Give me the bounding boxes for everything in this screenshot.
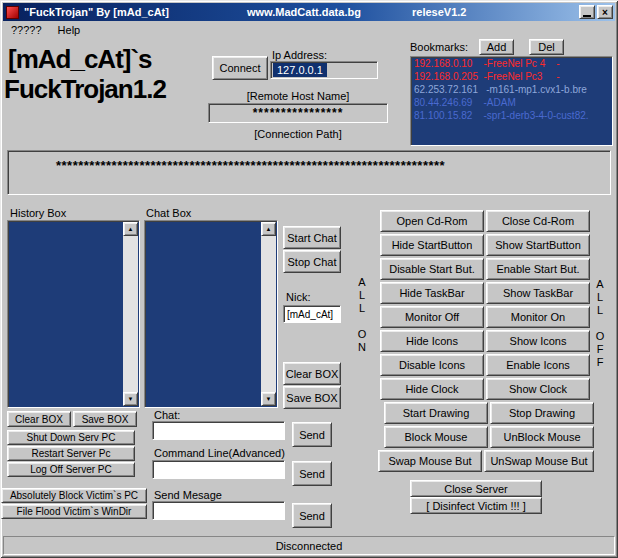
- arrow-down-icon: ▼: [128, 396, 134, 402]
- close-server-button[interactable]: Close Server: [410, 480, 542, 497]
- app-title-line1: [mAd_cAt]`s: [8, 44, 152, 75]
- ip-address-field[interactable]: 127.0.0.1: [270, 61, 378, 79]
- remote-host-label: [Remote Host Name]: [208, 90, 388, 102]
- cmd-hide-taskbar-button[interactable]: Hide TaskBar: [380, 282, 484, 304]
- connect-button[interactable]: Connect: [212, 56, 268, 80]
- cmd-hide-icons-button[interactable]: Hide Icons: [380, 330, 484, 352]
- all-off-label: A L L O F F: [594, 278, 606, 369]
- add-bookmark-button[interactable]: Add: [479, 39, 514, 55]
- app-window: "FuckTrojan" By [mAd_cAt] www.MadCatt.da…: [0, 0, 618, 558]
- status-bar: Disconnected: [3, 536, 615, 555]
- command-send-button[interactable]: Send: [292, 461, 332, 486]
- connection-path-label: [Connection Path]: [208, 128, 388, 140]
- bookmark-item[interactable]: 192.168.0.205 -FreeNel Pc3 -: [411, 70, 612, 83]
- cmd-show-taskbar-button[interactable]: Show TaskBar: [486, 282, 590, 304]
- history-listbox[interactable]: ▲ ▼: [7, 220, 140, 408]
- bookmark-item[interactable]: 80.44.246.69 -ADAM: [411, 96, 612, 109]
- window-title-version: releseV1.2: [412, 6, 466, 18]
- restart-server-pc-button[interactable]: Restart Server Pc: [7, 446, 135, 461]
- menu-bar: ????? Help: [3, 21, 615, 38]
- stop-chat-button[interactable]: Stop Chat: [283, 250, 341, 273]
- chat-listbox[interactable]: ▲ ▼: [144, 220, 278, 408]
- save-chat-box-button[interactable]: Save BOX: [283, 386, 341, 409]
- bookmarks-label: Bookmarks:: [410, 41, 468, 53]
- cmd-show-clock-button[interactable]: Show Clock: [486, 378, 590, 400]
- save-history-box-button[interactable]: Save BOX: [73, 411, 137, 427]
- scroll-up-button[interactable]: ▲: [123, 222, 138, 236]
- chat-box-label: Chat Box: [146, 207, 191, 219]
- app-title-line2: FuckTrojan1.2: [4, 74, 166, 105]
- logoff-server-pc-button[interactable]: Log Off Server PC: [7, 462, 135, 477]
- menu-item-help[interactable]: Help: [50, 22, 89, 38]
- cmd-show-startbutton-button[interactable]: Show StartButton: [486, 234, 590, 256]
- chat-send-button[interactable]: Send: [292, 422, 332, 447]
- send-message-input[interactable]: [152, 501, 285, 520]
- bookmarks-list[interactable]: 192.168.0.10 -FreeNel Pc 4 - 192.168.0.2…: [410, 56, 613, 146]
- start-chat-button[interactable]: Start Chat: [283, 226, 341, 249]
- app-icon: [6, 6, 19, 19]
- cmd-disable-icons-button[interactable]: Disable Icons: [380, 354, 484, 376]
- bookmark-item[interactable]: 62.253.72.161 -m161-mp1.cvx1-b.bre: [411, 83, 612, 96]
- chat-message-input[interactable]: [152, 421, 285, 440]
- cmd-swap-mouse-button[interactable]: Swap Mouse But: [378, 450, 482, 472]
- cmd-hide-clock-button[interactable]: Hide Clock: [380, 378, 484, 400]
- window-title-site: www.MadCatt.data.bg: [247, 6, 361, 18]
- all-on-label: A L L O N: [356, 276, 368, 354]
- ip-address-label: Ip Address:: [272, 49, 327, 61]
- chat-input-label: Chat:: [154, 409, 180, 421]
- command-line-input[interactable]: [152, 460, 285, 479]
- title-bar[interactable]: "FuckTrojan" By [mAd_cAt] www.MadCatt.da…: [3, 3, 615, 21]
- disinfect-victim-button[interactable]: [ Disinfect Victim !!! ]: [410, 497, 542, 514]
- file-flood-windir-button[interactable]: File Flood Victim`s WinDir: [1, 504, 147, 519]
- window-title: "FuckTrojan" By [mAd_cAt]: [24, 6, 169, 18]
- connection-path-value: ****************************************…: [56, 158, 445, 173]
- close-button[interactable]: ×: [597, 5, 613, 19]
- history-scrollbar[interactable]: ▲ ▼: [123, 222, 138, 406]
- clear-chat-box-button[interactable]: Clear BOX: [283, 362, 341, 385]
- status-text: Disconnected: [276, 540, 343, 552]
- minimize-button[interactable]: [579, 5, 595, 19]
- remote-host-field[interactable]: ****************: [208, 103, 388, 123]
- nick-field[interactable]: [283, 305, 341, 323]
- del-bookmark-button[interactable]: Del: [529, 39, 564, 55]
- scroll-down-button[interactable]: ▼: [261, 392, 276, 406]
- send-message-label: Send Mesage: [154, 489, 222, 501]
- close-icon: ×: [602, 7, 608, 18]
- remote-host-value: ****************: [253, 106, 344, 120]
- clear-history-box-button[interactable]: Clear BOX: [7, 411, 71, 427]
- scroll-down-button[interactable]: ▼: [123, 392, 138, 406]
- menu-item-lang[interactable]: ?????: [3, 22, 50, 38]
- bookmark-item[interactable]: 192.168.0.10 -FreeNel Pc 4 -: [411, 57, 612, 70]
- cmd-disable-start-button[interactable]: Disable Start But.: [380, 258, 484, 280]
- shutdown-server-pc-button[interactable]: Shut Down Serv PC: [7, 430, 135, 445]
- message-send-button[interactable]: Send: [292, 503, 332, 528]
- cmd-hide-startbutton-button[interactable]: Hide StartButton: [380, 234, 484, 256]
- cmd-show-icons-button[interactable]: Show Icons: [486, 330, 590, 352]
- cmd-close-cdrom-button[interactable]: Close Cd-Rom: [486, 210, 590, 232]
- cmd-unblock-mouse-button[interactable]: UnBlock Mouse: [490, 426, 594, 448]
- cmd-monitor-on-button[interactable]: Monitor On: [486, 306, 590, 328]
- nick-label: Nick:: [286, 291, 310, 303]
- arrow-up-icon: ▲: [128, 226, 134, 232]
- cmd-block-mouse-button[interactable]: Block Mouse: [384, 426, 488, 448]
- block-victim-pc-button[interactable]: Absolutely Block Victim`s PC: [1, 488, 147, 503]
- command-line-label: Command Line(Advanced): [154, 447, 285, 459]
- bookmark-item[interactable]: 81.100.15.82 -spr1-derb3-4-0-cust82.: [411, 109, 612, 122]
- arrow-down-icon: ▼: [266, 396, 272, 402]
- cmd-start-drawing-button[interactable]: Start Drawing: [384, 402, 488, 424]
- arrow-up-icon: ▲: [266, 226, 272, 232]
- cmd-enable-icons-button[interactable]: Enable Icons: [486, 354, 590, 376]
- connection-path-field: ****************************************…: [7, 150, 611, 195]
- cmd-open-cdrom-button[interactable]: Open Cd-Rom: [380, 210, 484, 232]
- cmd-monitor-off-button[interactable]: Monitor Off: [380, 306, 484, 328]
- chat-scrollbar[interactable]: ▲ ▼: [261, 222, 276, 406]
- cmd-enable-start-button[interactable]: Enable Start But.: [486, 258, 590, 280]
- scroll-up-button[interactable]: ▲: [261, 222, 276, 236]
- cmd-unswap-mouse-button[interactable]: UnSwap Mouse But: [484, 450, 594, 472]
- cmd-stop-drawing-button[interactable]: Stop Drawing: [490, 402, 594, 424]
- ip-address-value: 127.0.0.1: [273, 63, 327, 77]
- minimize-icon: [583, 15, 591, 17]
- history-box-label: History Box: [10, 207, 66, 219]
